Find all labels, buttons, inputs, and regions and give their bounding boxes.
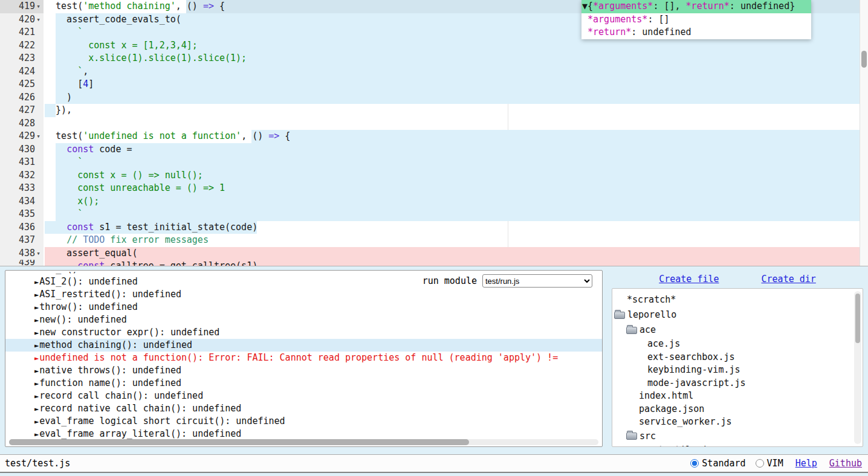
test-result-item[interactable]: ►new constructor expr(): undefined (5, 326, 602, 339)
gutter-cell: 423 (0, 52, 44, 65)
run-module-select[interactable]: test/run.js (482, 274, 592, 288)
vim-radio-button[interactable] (756, 459, 764, 468)
editor-line[interactable]: 434 x(); (0, 195, 868, 208)
file-tree-item[interactable]: ace.js (612, 338, 863, 351)
tooltip-entry[interactable]: ▼{*arguments*: [], *return*: undefined} (581, 0, 811, 13)
gutter-cell: 429▾ (0, 130, 44, 143)
console-horizontal-scrollbar[interactable] (9, 439, 598, 445)
standard-radio-button[interactable] (690, 459, 699, 468)
file-name: package.json (639, 403, 704, 416)
editor-line[interactable]: 432 const x = () => null(); (0, 169, 868, 182)
file-tree-item[interactable]: mode-javascript.js (612, 377, 863, 390)
keybinding-standard-option[interactable]: Standard (690, 458, 745, 469)
file-tree-item[interactable]: package.json (612, 403, 863, 416)
help-link[interactable]: Help (795, 458, 817, 469)
file-tree-item[interactable]: *scratch* (612, 292, 863, 307)
create-file-link[interactable]: Create file (659, 274, 719, 285)
editor-line[interactable]: 435 ` (0, 208, 868, 221)
file-tree-item[interactable]: keybinding-vim.js (612, 364, 863, 377)
test-result-item[interactable]: ►undefined is not a function(): Error: F… (5, 352, 602, 364)
editor-line[interactable]: 431 ` (0, 156, 868, 169)
expand-triangle-icon[interactable]: ► (34, 303, 39, 312)
file-tree-item[interactable]: src (612, 429, 863, 444)
gutter-cell: 425 (0, 78, 44, 91)
editor-line[interactable]: 424 `, (0, 65, 868, 79)
code-editor[interactable]: 419▾ test('method chaining', () => {420▾… (0, 0, 868, 266)
file-name: ace (640, 323, 656, 338)
gutter-cell: 420▾ (0, 13, 44, 27)
expand-triangle-icon[interactable]: ► (34, 367, 39, 375)
file-tree-scrollbar-thumb[interactable] (855, 294, 860, 343)
editor-line[interactable]: 436 const s1 = test_initial_state(code) (0, 221, 868, 234)
editor-line[interactable]: 439 const calltree = get_calltree(s1) (0, 260, 868, 266)
app-root: 419▾ test('method chaining', () => {420▾… (0, 0, 868, 476)
current-file-path: test/test.js (5, 458, 70, 469)
expand-triangle-icon[interactable]: ► (34, 316, 39, 324)
keybinding-vim-option[interactable]: VIM (756, 458, 783, 469)
file-name: ext-searchbox.js (647, 351, 735, 364)
file-tree-item[interactable]: index.html (612, 390, 863, 403)
line-number: 429 (19, 130, 35, 143)
editor-vertical-scrollbar[interactable] (860, 0, 868, 266)
test-result-item[interactable]: ►record call chain(): undefined (5, 390, 602, 402)
test-result-item[interactable]: ►new(): undefined (5, 314, 602, 326)
editor-line[interactable]: 425 [4] (0, 78, 868, 91)
editor-line[interactable]: 423 x.slice(1).slice(1).slice(1); (0, 52, 868, 65)
expand-triangle-icon[interactable]: ► (34, 417, 39, 426)
file-tree-item[interactable]: leporello (612, 307, 863, 323)
test-result-item[interactable]: ►eval_frame logical short circuit(): und… (5, 415, 602, 428)
editor-code-area[interactable]: 419▾ test('method chaining', () => {420▾… (0, 0, 868, 266)
test-result-item[interactable]: ►function name(): undefined (5, 377, 602, 390)
file-tree-item[interactable]: ace (612, 323, 863, 338)
run-module-label: run module (423, 275, 477, 286)
test-results-panel: ►ASI_1(): undefined►ASI_2(): undefined►A… (5, 270, 603, 447)
fold-arrow-icon[interactable]: ▾ (35, 13, 42, 27)
editor-line[interactable]: 422 const x = [1,2,3,4]; (0, 39, 868, 53)
expand-triangle-icon[interactable]: ► (34, 354, 39, 362)
editor-line[interactable]: 429▾ test('undefined is not a function',… (0, 130, 868, 143)
tooltip-entry[interactable]: *arguments*: [] (581, 13, 811, 27)
fold-arrow-icon[interactable]: ▾ (35, 130, 42, 143)
editor-line[interactable]: 428 (0, 117, 868, 130)
line-number: 426 (19, 91, 35, 105)
expand-triangle-icon[interactable]: ► (34, 291, 39, 299)
editor-line[interactable]: 437 // TODO fix error messages (0, 234, 868, 247)
expand-triangle-icon[interactable]: ► (34, 329, 39, 337)
editor-line[interactable]: 426 ) (0, 91, 868, 105)
folder-icon (614, 312, 625, 319)
test-results-list: ►ASI_1(): undefined►ASI_2(): undefined►A… (5, 271, 602, 440)
file-tree-item[interactable]: ast_utils.js (612, 444, 863, 448)
file-tree-list: *scratch*leporelloaceace.jsext-searchbox… (612, 292, 863, 447)
expand-triangle-icon[interactable]: ► (34, 405, 39, 413)
fold-arrow-icon[interactable]: ▾ (35, 247, 42, 260)
expand-triangle-icon[interactable]: ► (34, 430, 39, 439)
expand-triangle-icon[interactable]: ► (34, 392, 39, 400)
test-result-item[interactable]: ►method chaining(): undefined (5, 339, 602, 352)
line-number: 438 (19, 247, 35, 260)
tooltip-entry[interactable]: *return*: undefined (581, 26, 811, 39)
file-tree-item[interactable]: ext-searchbox.js (612, 351, 863, 364)
expand-triangle-icon[interactable]: ► (34, 272, 39, 274)
gutter-cell: 434 (0, 195, 44, 208)
editor-line[interactable]: 427 }), (0, 104, 868, 117)
console-scrollbar-thumb[interactable] (9, 439, 469, 445)
expand-triangle-icon[interactable]: ► (34, 278, 39, 286)
file-tree-item[interactable]: service_worker.js (612, 416, 863, 429)
editor-line[interactable]: 438▾ assert_equal( (0, 247, 868, 260)
test-result-item[interactable]: ►throw(): undefined (5, 301, 602, 314)
editor-line[interactable]: 430 const code = (0, 143, 868, 156)
fold-arrow-icon[interactable]: ▾ (35, 0, 42, 13)
file-name: keybinding-vim.js (647, 364, 740, 377)
editor-line[interactable]: 433 const unreachable = () => 1 (0, 182, 868, 195)
file-tree-vertical-scrollbar[interactable] (854, 291, 861, 444)
editor-scrollbar-thumb[interactable] (861, 51, 867, 68)
test-result-item[interactable]: ►eval_frame array_literal(): undefined (5, 428, 602, 440)
expand-triangle-icon[interactable]: ► (34, 379, 39, 388)
github-link[interactable]: Github (829, 458, 862, 469)
test-result-item[interactable]: ►native throws(): undefined (5, 364, 602, 377)
file-name: service_worker.js (639, 416, 732, 429)
create-dir-link[interactable]: Create dir (762, 274, 816, 285)
test-result-item[interactable]: ►record native call chain(): undefined (5, 402, 602, 415)
expand-triangle-icon[interactable]: ► (34, 341, 39, 350)
test-result-item[interactable]: ►ASI_restrited(): undefined (5, 288, 602, 301)
